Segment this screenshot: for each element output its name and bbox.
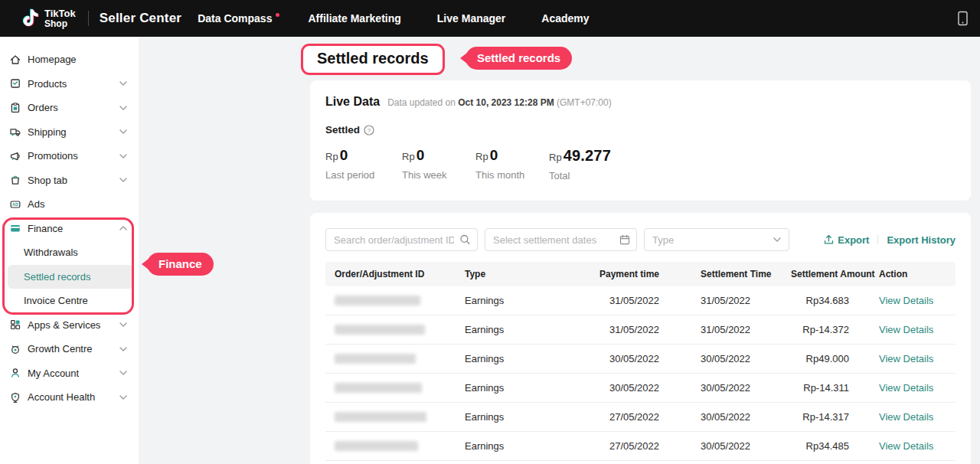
annotation-callout-settled-records: Settled records [466,47,572,70]
table-row: Earnings 31/05/2022 31/05/2022 Rp34.683 … [325,286,956,315]
chevron-down-icon [119,347,127,351]
col-type: Type [456,262,555,286]
col-settlement-time: Settlement Time [668,262,782,286]
table-row: Earnings 27/05/2022 30/05/2022 Rp-14.317… [325,403,956,432]
chevron-down-icon [119,106,127,110]
chevron-down-icon [119,154,127,158]
sidebar-item-promotions[interactable]: Promotions [0,144,139,168]
sidebar-item-ads[interactable]: AD Ads [0,192,139,217]
view-details-link[interactable]: View Details [879,382,933,394]
settlement-dates-input[interactable] [485,229,636,250]
nav-data-compass[interactable]: Data Compass [198,12,272,25]
seller-center-app: TikTok Shop Seller Center Data Compass A… [0,0,980,464]
shipping-truck-icon [9,126,21,138]
table-row: Earnings 27/05/2022 30/05/2022 Rp34.485 … [325,432,956,461]
filter-bar: Type Export Export History [325,228,956,251]
redacted-order-id [335,441,418,451]
chevron-down-icon [119,81,127,86]
table-row: Earnings 30/05/2022 30/05/2022 Rp-14.311… [325,374,956,403]
chevron-down-icon [119,129,127,134]
sidebar-item-withdrawals[interactable]: Withdrawals [0,240,139,265]
col-order-id: Order/Adjustment ID [325,262,456,286]
apps-grid-icon [9,319,21,331]
page-title: Settled records [317,50,429,67]
topbar-divider [88,11,89,26]
orders-clipboard-icon [9,102,21,114]
col-settlement-amount: Settlement Amount [782,262,858,286]
sidebar-item-finance[interactable]: Finance [0,217,139,241]
sidebar-item-account-health[interactable]: Account Health [0,385,139,410]
settled-stats: Rp0 Last period Rp0 This week Rp0 This m… [325,147,956,181]
question-circle-icon[interactable]: ? [364,125,374,136]
chevron-down-icon [119,322,127,327]
sidebar-item-growth-centre[interactable]: Growth Centre [0,337,139,361]
stat-total: Rp49.277 Total [549,147,626,181]
sidebar-finance-group: Finance Withdrawals Settled records Invo… [0,217,139,313]
stat-this-week: Rp0 This week [402,147,475,181]
finance-card-icon [9,222,21,234]
chevron-up-icon [119,226,127,230]
nav-live-manager[interactable]: Live Manager [437,12,505,25]
home-icon [9,54,21,66]
table-header-row: Order/Adjustment ID Type Payment time Se… [325,262,956,286]
ads-icon: AD [9,198,21,211]
user-icon [9,367,21,379]
redacted-order-id [335,354,416,364]
annotation-box-page-title: Settled records [301,44,445,75]
search-icon[interactable] [459,234,471,246]
table-row: Earnings 30/05/2022 30/05/2022 Rp49.000 … [325,345,956,374]
sidebar: Homepage Products Orders Shipping Promot… [0,37,139,464]
export-divider [877,235,878,244]
account-health-icon [9,391,21,404]
notification-dot [276,13,279,17]
chevron-down-icon [773,237,781,242]
svg-text:AD: AD [12,202,18,207]
brand-wordmark: TikTok Shop [44,8,76,28]
shop-bag-icon [9,174,21,186]
view-details-link[interactable]: View Details [879,411,933,423]
sidebar-item-shop-tab[interactable]: Shop tab [0,168,139,193]
sidebar-item-invoice-centre[interactable]: Invoice Centre [0,289,139,313]
live-data-card: Live Data Data updated on Oct 10, 2023 1… [310,80,971,201]
table-row: Earnings 31/05/2022 31/05/2022 Rp-14.372… [325,315,956,345]
redacted-order-id [335,296,420,306]
topbar: TikTok Shop Seller Center Data Compass A… [0,0,980,37]
calendar-icon[interactable] [619,234,630,245]
seller-center-title[interactable]: Seller Center [100,11,181,26]
sidebar-item-shipping[interactable]: Shipping [0,120,139,145]
sidebar-item-settled-records[interactable]: Settled records [8,265,134,289]
sidebar-item-my-account[interactable]: My Account [0,361,139,386]
view-details-link[interactable]: View Details [879,353,933,364]
type-select[interactable]: Type [644,228,789,251]
settled-records-card: Type Export Export History Order/Adjus [310,213,971,464]
view-details-link[interactable]: View Details [879,295,933,306]
topbar-nav: Data Compass Affiliate Marketing Live Ma… [198,12,589,25]
nav-academy[interactable]: Academy [541,12,589,25]
growth-icon [9,343,21,355]
sidebar-item-products[interactable]: Products [0,72,139,96]
redacted-order-id [335,383,422,393]
view-details-link[interactable]: View Details [879,324,933,335]
products-box-icon [9,77,21,90]
nav-affiliate-marketing[interactable]: Affiliate Marketing [308,12,400,25]
promotions-megaphone-icon [9,150,21,162]
export-upload-icon [824,234,834,245]
sidebar-item-homepage[interactable]: Homepage [0,47,139,72]
tiktok-shop-logo[interactable]: TikTok Shop [21,8,76,29]
export-history-button[interactable]: Export History [887,234,956,246]
search-input[interactable] [326,229,477,250]
stat-last-period: Rp0 Last period [325,147,402,181]
stat-this-month: Rp0 This month [475,147,549,181]
data-updated-text: Data updated on Oct 10, 2023 12:28 PM (G… [387,97,612,108]
tiktok-note-icon [21,8,41,29]
sidebar-item-orders[interactable]: Orders [0,96,139,120]
main-content: Settled records Settled records Finance … [139,37,980,464]
svg-text:?: ? [368,127,371,134]
export-button[interactable]: Export [824,234,869,246]
view-details-link[interactable]: View Details [879,440,933,452]
col-payment-time: Payment time [555,262,668,286]
sidebar-item-apps-services[interactable]: Apps & Services [0,313,139,338]
mobile-phone-icon[interactable] [952,5,972,31]
annotation-callout-finance: Finance [147,253,214,276]
chevron-down-icon [119,178,127,182]
